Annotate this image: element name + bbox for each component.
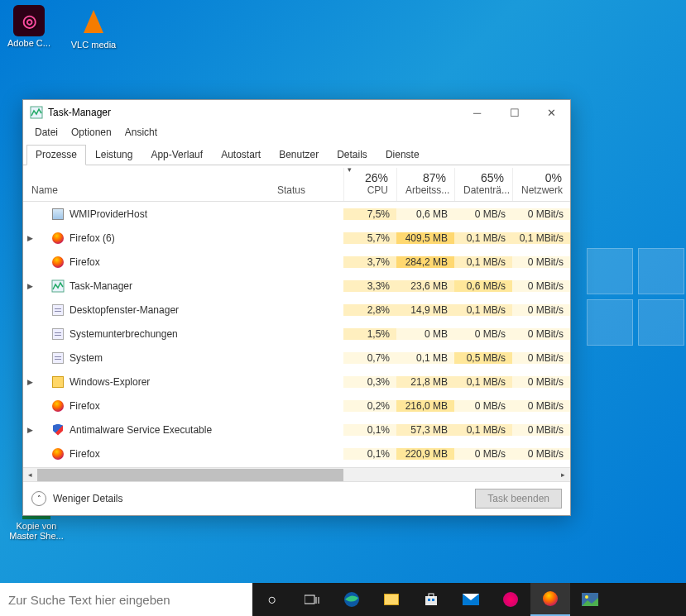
titlebar[interactable]: Task-Manager ─ ☐ ✕ <box>23 100 570 125</box>
disk-value: 0,1 MB/s <box>454 232 512 244</box>
disk-value: 0 MB/s <box>454 208 512 220</box>
table-row[interactable]: Firefox3,7%284,2 MB0,1 MB/s0 MBit/s <box>23 250 570 274</box>
process-name: Task-Manager <box>70 280 269 292</box>
cpu-value: 0,7% <box>343 352 396 364</box>
memory-value: 220,9 MB <box>396 448 454 460</box>
table-row[interactable]: Systemunterbrechungen1,5%0 MB0 MB/s0 MBi… <box>23 322 570 346</box>
menu-view[interactable]: Ansicht <box>118 125 164 141</box>
process-name: WMIProviderHost <box>70 208 269 220</box>
process-icon <box>51 399 65 413</box>
task-view-button[interactable] <box>292 583 332 616</box>
close-button[interactable]: ✕ <box>533 100 570 125</box>
tab-details[interactable]: Details <box>328 145 377 165</box>
memory-value: 0,6 MB <box>396 208 454 220</box>
column-memory[interactable]: 87%Arbeitss... <box>396 168 454 201</box>
disk-value: 0,5 MB/s <box>454 352 512 364</box>
tab-performance[interactable]: Leistung <box>86 145 142 165</box>
tab-startup[interactable]: Autostart <box>212 145 270 165</box>
memory-value: 21,8 MB <box>396 376 454 388</box>
taskbar-search[interactable] <box>0 583 252 616</box>
search-input[interactable] <box>8 593 244 607</box>
column-name[interactable]: Name <box>23 181 269 201</box>
process-table: ▾ Name Status 26%CPU 87%Arbeitss... 65%D… <box>23 165 570 481</box>
table-row[interactable]: WMIProviderHost7,5%0,6 MB0 MB/s0 MBit/s <box>23 202 570 226</box>
disk-value: 0,1 MB/s <box>454 304 512 316</box>
cpu-value: 5,7% <box>343 232 396 244</box>
tab-app-history[interactable]: App-Verlauf <box>142 145 212 165</box>
task-manager-window: Task-Manager ─ ☐ ✕ Datei Optionen Ansich… <box>22 99 571 516</box>
cpu-value: 0,1% <box>343 448 396 460</box>
minimize-button[interactable]: ─ <box>458 100 496 125</box>
menu-file[interactable]: Datei <box>28 125 65 141</box>
menu-options[interactable]: Optionen <box>65 125 118 141</box>
cpu-value: 3,3% <box>343 280 396 292</box>
taskbar-mail-icon[interactable] <box>451 583 491 616</box>
process-icon <box>51 375 65 389</box>
column-network[interactable]: 0%Netzwerk <box>512 168 570 201</box>
taskbar-app-icon[interactable] <box>491 583 530 616</box>
tabbar: Prozesse Leistung App-Verlauf Autostart … <box>23 141 570 165</box>
table-row[interactable]: uUpwork0,1%21,6 MB0,1 MB/s0 MBit/s <box>23 466 570 467</box>
network-value: 0 MBit/s <box>512 304 570 316</box>
end-task-button[interactable]: Task beenden <box>475 489 562 509</box>
network-value: 0 MBit/s <box>512 352 570 364</box>
cortana-button[interactable]: ○ <box>252 583 292 616</box>
table-row[interactable]: Firefox0,2%216,0 MB0 MB/s0 MBit/s <box>23 394 570 418</box>
table-row[interactable]: Desktopfenster-Manager2,8%14,9 MB0,1 MB/… <box>23 298 570 322</box>
menubar: Datei Optionen Ansicht <box>23 125 570 141</box>
cpu-value: 0,2% <box>343 400 396 412</box>
bottombar: ˄ Weniger Details Task beenden <box>23 481 570 515</box>
memory-value: 0,1 MB <box>396 352 454 364</box>
expander-icon[interactable]: ▶ <box>23 378 36 386</box>
column-status[interactable]: Status <box>269 181 343 201</box>
taskbar-firefox-icon[interactable] <box>530 583 570 616</box>
tab-users[interactable]: Benutzer <box>270 145 328 165</box>
process-icon <box>51 423 65 437</box>
memory-value: 23,6 MB <box>396 280 454 292</box>
expander-icon[interactable]: ▶ <box>23 234 36 242</box>
network-value: 0 MBit/s <box>512 256 570 268</box>
tab-services[interactable]: Dienste <box>377 145 429 165</box>
expander-icon[interactable]: ▶ <box>23 282 36 290</box>
memory-value: 284,2 MB <box>396 256 454 268</box>
process-name: Windows-Explorer <box>70 376 269 388</box>
maximize-button[interactable]: ☐ <box>496 100 533 125</box>
desktop-icon-adobe[interactable]: ◎ Adobe C... <box>0 2 58 51</box>
memory-value: 14,9 MB <box>396 304 454 316</box>
table-row[interactable]: ▶Task-Manager3,3%23,6 MB0,6 MB/s0 MBit/s <box>23 274 570 298</box>
cpu-value: 0,1% <box>343 424 396 436</box>
scroll-right-icon[interactable]: ▸ <box>556 470 570 479</box>
cpu-value: 3,7% <box>343 256 396 268</box>
disk-value: 0,1 MB/s <box>454 256 512 268</box>
collapse-details-icon[interactable]: ˄ <box>31 491 46 506</box>
taskbar-explorer-icon[interactable] <box>372 583 411 616</box>
window-title: Task-Manager <box>48 107 458 118</box>
table-row[interactable]: Firefox0,1%220,9 MB0 MB/s0 MBit/s <box>23 442 570 466</box>
column-disk[interactable]: 65%Datenträ... <box>454 168 512 201</box>
taskbar-photos-icon[interactable] <box>570 583 610 616</box>
expander-icon[interactable]: ▶ <box>23 426 36 434</box>
memory-value: 409,5 MB <box>396 232 454 244</box>
table-row[interactable]: ▶Antimalware Service Executable0,1%57,3 … <box>23 418 570 442</box>
details-toggle-label[interactable]: Weniger Details <box>53 493 475 504</box>
sort-indicator-icon: ▾ <box>348 165 352 174</box>
network-value: 0 MBit/s <box>512 328 570 340</box>
network-value: 0 MBit/s <box>512 448 570 460</box>
horizontal-scrollbar[interactable]: ◂ ▸ <box>23 467 570 481</box>
table-row[interactable]: ▶Firefox (6)5,7%409,5 MB0,1 MB/s0,1 MBit… <box>23 226 570 250</box>
table-row[interactable]: ▶Windows-Explorer0,3%21,8 MB0,1 MB/s0 MB… <box>23 370 570 394</box>
cpu-value: 0,3% <box>343 376 396 388</box>
taskbar-store-icon[interactable] <box>411 583 451 616</box>
taskbar: ○ <box>0 583 686 616</box>
memory-value: 216,0 MB <box>396 400 454 412</box>
tab-processes[interactable]: Prozesse <box>26 145 86 165</box>
desktop-icon-vlc[interactable]: VLC media <box>65 2 122 53</box>
network-value: 0 MBit/s <box>512 376 570 388</box>
scroll-left-icon[interactable]: ◂ <box>23 470 37 479</box>
process-icon <box>51 447 65 461</box>
svg-rect-2 <box>305 595 314 604</box>
disk-value: 0,1 MB/s <box>454 424 512 436</box>
table-row[interactable]: System0,7%0,1 MB0,5 MB/s0 MBit/s <box>23 346 570 370</box>
process-name: System <box>70 352 269 364</box>
taskbar-edge-icon[interactable] <box>332 583 372 616</box>
